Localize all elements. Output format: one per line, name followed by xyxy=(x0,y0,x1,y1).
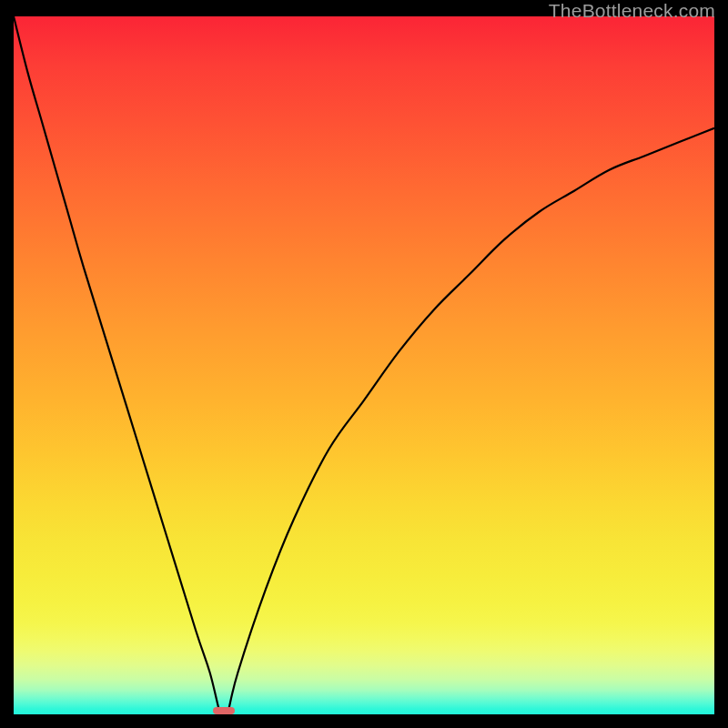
curve-path xyxy=(14,16,714,714)
watermark-text: TheBottleneck.com xyxy=(549,0,715,22)
optimal-point-marker xyxy=(213,707,236,714)
bottleneck-curve xyxy=(14,16,714,714)
